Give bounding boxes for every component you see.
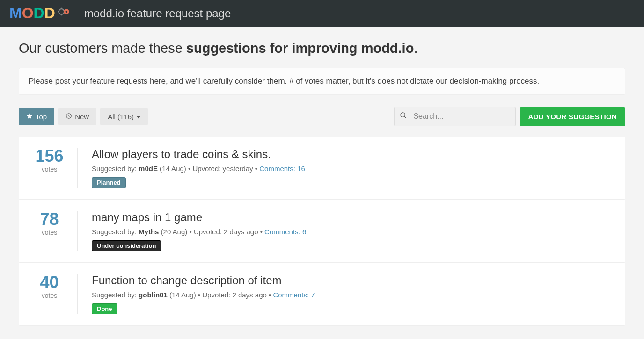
meta-suggested-by: Suggested by: (92, 228, 139, 236)
suggestion-list: 156 votes Allow players to trade coins &… (19, 137, 625, 326)
clock-icon (66, 113, 72, 121)
topbar: MODD modd.io feature request page (0, 0, 644, 27)
svg-point-4 (401, 113, 405, 117)
meta-comments-link[interactable]: Comments: 7 (273, 291, 315, 299)
suggestion-title[interactable]: Function to change description of item (92, 274, 613, 287)
description-box: Please post your feature requests here, … (19, 68, 625, 95)
meta-upvoted: Upvoted: yesterday (192, 165, 255, 173)
meta-sep: • (189, 228, 193, 236)
controls-row: Top New All (116) ADD Y (19, 107, 625, 126)
svg-point-2 (65, 11, 67, 13)
vote-label: votes (31, 229, 68, 236)
suggestion-title[interactable]: many maps in 1 game (92, 211, 613, 224)
vote-label: votes (31, 292, 68, 299)
meta-suggested-by: Suggested by: (92, 165, 139, 173)
description-text: Please post your feature requests here, … (29, 77, 539, 86)
meta-comments-link[interactable]: Comments: 6 (264, 228, 306, 236)
logo-letter-d1: D (34, 5, 44, 22)
headline: Our customers made these suggestions for… (19, 41, 625, 56)
meta-author: m0dE (139, 165, 158, 173)
suggestion-body: Allow players to trade coins & skins. Su… (92, 148, 613, 188)
meta-sep: • (188, 165, 192, 173)
suggestion-title[interactable]: Allow players to trade coins & skins. (92, 148, 613, 161)
suggestion-body: many maps in 1 game Suggested by: Myths … (92, 211, 613, 251)
status-badge: Planned (92, 177, 126, 188)
suggestion-card[interactable]: 40 votes Function to change description … (19, 263, 625, 326)
suggestion-meta: Suggested by: goblin01 (14 Aug) • Upvote… (92, 291, 613, 299)
sort-top-label: Top (36, 113, 47, 121)
suggestion-body: Function to change description of item S… (92, 274, 613, 314)
logo-letter-d2: D (44, 5, 54, 22)
filter-all-label: All (116) (108, 113, 134, 121)
search-icon (400, 112, 407, 121)
meta-sep: • (198, 291, 202, 299)
sort-top-button[interactable]: Top (19, 108, 54, 125)
gear-icon (57, 5, 70, 22)
meta-sep: • (269, 291, 273, 299)
meta-author: goblin01 (139, 291, 168, 299)
meta-suggested-by: Suggested by: (92, 291, 139, 299)
page-title: modd.io feature request page (84, 7, 231, 20)
suggestion-meta: Suggested by: Myths (20 Aug) • Upvoted: … (92, 228, 613, 236)
logo-letter-o: O (22, 5, 33, 22)
vote-box[interactable]: 78 votes (31, 211, 78, 251)
vote-label: votes (31, 166, 68, 173)
meta-upvoted: Upvoted: 2 days ago (202, 291, 269, 299)
status-badge: Under consideration (92, 240, 161, 251)
vote-count: 78 (31, 211, 68, 228)
search-box (394, 107, 516, 126)
main-container: Our customers made these suggestions for… (0, 27, 644, 339)
meta-comments-link[interactable]: Comments: 16 (259, 165, 305, 173)
vote-count: 40 (31, 274, 68, 291)
suggestion-card[interactable]: 156 votes Allow players to trade coins &… (19, 137, 625, 200)
vote-box[interactable]: 156 votes (31, 148, 78, 188)
status-badge: Done (92, 303, 117, 314)
search-input[interactable] (394, 107, 516, 126)
headline-prefix: Our customers made these (19, 41, 186, 56)
vote-box[interactable]: 40 votes (31, 274, 78, 314)
meta-date: (14 Aug) (158, 165, 188, 173)
caret-down-icon (137, 113, 140, 121)
meta-sep: • (260, 228, 264, 236)
controls-left: Top New All (116) (19, 108, 148, 125)
vote-count: 156 (31, 148, 68, 165)
controls-right: ADD YOUR SUGGESTION (394, 107, 625, 126)
logo[interactable]: MODD (9, 5, 70, 22)
filter-all-button[interactable]: All (116) (100, 108, 148, 125)
meta-date: (20 Aug) (159, 228, 189, 236)
svg-point-0 (59, 9, 64, 14)
headline-bold: suggestions for improving modd.io (186, 41, 414, 56)
suggestion-meta: Suggested by: m0dE (14 Aug) • Upvoted: y… (92, 165, 613, 173)
meta-sep: • (255, 165, 259, 173)
star-icon (26, 113, 33, 121)
add-suggestion-button[interactable]: ADD YOUR SUGGESTION (520, 107, 625, 126)
sort-new-button[interactable]: New (58, 108, 96, 125)
logo-letter-m: M (9, 5, 21, 22)
meta-date: (14 Aug) (168, 291, 198, 299)
sort-new-label: New (75, 113, 89, 121)
suggestion-card[interactable]: 78 votes many maps in 1 game Suggested b… (19, 200, 625, 263)
headline-suffix: . (414, 41, 417, 56)
meta-upvoted: Upvoted: 2 days ago (194, 228, 260, 236)
meta-author: Myths (139, 228, 159, 236)
